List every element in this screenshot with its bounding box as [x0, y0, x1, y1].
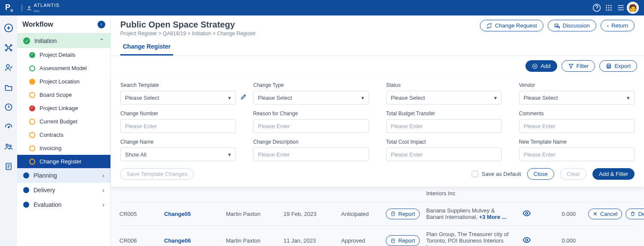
add-button[interactable]: Add: [525, 60, 557, 72]
return-button[interactable]: ‹Return: [601, 20, 635, 31]
status-dot-icon: [23, 172, 29, 178]
label-comments: Comments: [519, 111, 635, 117]
svg-point-4: [610, 5, 612, 6]
view-icon[interactable]: [514, 209, 540, 219]
caret-down-icon: ▾: [361, 95, 364, 101]
status-dot-icon: [29, 132, 35, 138]
label-status: Status: [386, 82, 502, 88]
save-template-button[interactable]: Save Template Changes: [120, 168, 194, 180]
label-change-type: Change Type: [253, 82, 369, 88]
status-dot-icon: [29, 52, 35, 58]
sidebar-item-invoicing[interactable]: Invoicing: [17, 141, 110, 155]
trash-icon: [630, 211, 635, 216]
svg-point-20: [6, 144, 8, 146]
cell-name[interactable]: Change05: [164, 211, 224, 217]
sidebar-collapse-button[interactable]: ‹: [98, 21, 105, 28]
sidebar-item-assessment-model[interactable]: Assessment Model: [17, 62, 110, 75]
label-search-template: Search Template: [120, 82, 236, 88]
cell-number: CR006: [119, 237, 162, 244]
vendor-select[interactable]: Please Select▾: [519, 91, 635, 105]
sidebar-item-project-location[interactable]: Project Location: [17, 75, 110, 88]
chevron-left-icon: ‹: [607, 22, 609, 29]
change-desc-input[interactable]: [253, 148, 369, 161]
status-select[interactable]: Please Select▾: [386, 91, 502, 105]
svg-point-19: [8, 127, 9, 128]
svg-point-21: [9, 145, 11, 147]
export-button[interactable]: Export: [599, 60, 637, 72]
new-template-input[interactable]: [519, 148, 635, 161]
cell-status: Approved: [341, 237, 384, 244]
menu-icon[interactable]: [615, 2, 627, 14]
cancel-button[interactable]: ✕Cancel: [588, 209, 622, 219]
search-template-select[interactable]: Please Select▾: [120, 91, 236, 105]
document-icon: [391, 211, 396, 216]
reason-input[interactable]: [253, 119, 369, 133]
rail-network-icon[interactable]: [4, 43, 13, 52]
rail-folder-icon[interactable]: [4, 83, 13, 92]
rail-gauge-icon[interactable]: [4, 122, 13, 132]
cell-vendor: Interiors Inc: [426, 190, 512, 197]
change-request-button[interactable]: Change Request: [480, 20, 543, 31]
phase-delivery[interactable]: Delivery›: [17, 183, 110, 197]
cost-input[interactable]: [386, 148, 502, 161]
svg-point-28: [526, 212, 528, 214]
change-number-input[interactable]: [120, 119, 236, 133]
close-button[interactable]: Close: [527, 168, 554, 180]
funnel-icon: [568, 63, 574, 69]
top-bar: P® | ATLANTISInc. 🧑: [0, 0, 644, 15]
svg-point-9: [608, 9, 610, 11]
sidebar-item-project-linkage[interactable]: Project Linkage: [17, 101, 110, 115]
cell-number: CR005: [119, 211, 162, 217]
x-icon: ✕: [593, 211, 598, 217]
label-new-template: New Template Name: [519, 139, 635, 145]
report-button[interactable]: Report: [386, 209, 420, 219]
filter-button[interactable]: Filter: [562, 60, 595, 72]
brand: ATLANTISInc.: [26, 3, 60, 13]
svg-point-7: [610, 7, 612, 9]
status-dot-icon: [29, 92, 35, 98]
budget-input[interactable]: [386, 119, 502, 133]
cell-name[interactable]: Change06: [164, 237, 224, 244]
status-dot-icon: [23, 187, 29, 193]
add-filter-button[interactable]: Add & Filter: [592, 168, 635, 180]
status-dot-icon: [29, 159, 35, 165]
rail-people-icon[interactable]: [4, 142, 13, 151]
vendor-more-link[interactable]: +3 More ...: [479, 214, 507, 220]
cell-date: 19 Feb, 2023: [284, 211, 339, 217]
rail-clock-icon[interactable]: [4, 102, 13, 112]
change-name-select[interactable]: Show All▾: [120, 148, 236, 161]
sidebar-item-board-scope[interactable]: Board Scope: [17, 88, 110, 101]
apps-icon[interactable]: [603, 2, 615, 14]
rail-user-icon[interactable]: [4, 63, 13, 72]
delete-button[interactable]: Delete: [626, 209, 644, 219]
help-icon[interactable]: [591, 2, 603, 14]
comments-input[interactable]: [519, 119, 635, 133]
sidebar-item-contracts[interactable]: Contracts: [17, 128, 110, 141]
discussion-button[interactable]: Discussion: [548, 20, 596, 31]
plus-circle-icon: [532, 63, 538, 69]
svg-point-2: [606, 5, 607, 6]
svg-point-10: [610, 9, 612, 11]
chevron-right-icon: ›: [102, 172, 104, 179]
change-type-select[interactable]: Please Select▾: [253, 91, 369, 105]
cell-amount: 0.000: [541, 211, 584, 217]
edit-template-icon[interactable]: [240, 93, 247, 102]
caret-down-icon: ▾: [627, 95, 630, 101]
sidebar-item-project-details[interactable]: Project Details: [17, 48, 110, 62]
phase-initiation[interactable]: ✓ Initiation ⌃: [17, 34, 110, 48]
avatar[interactable]: 🧑: [627, 2, 639, 14]
svg-point-16: [10, 49, 12, 51]
view-icon[interactable]: [514, 236, 540, 246]
report-button[interactable]: Report: [386, 235, 420, 246]
app-logo[interactable]: P®: [5, 3, 13, 13]
sidebar-item-change-register[interactable]: Change Register: [17, 155, 110, 168]
tab-change-register[interactable]: Change Register: [120, 43, 173, 55]
save-default-checkbox[interactable]: Save as Default: [472, 171, 521, 177]
rail-add-icon[interactable]: [4, 23, 13, 33]
clear-button[interactable]: Clear: [560, 168, 586, 180]
phase-planning[interactable]: Planning›: [17, 168, 110, 183]
sidebar-item-current-budget[interactable]: Current Budget: [17, 115, 110, 128]
rail-doc-icon[interactable]: [4, 162, 13, 171]
label-vendor: Vendor: [519, 82, 635, 88]
phase-evaluation[interactable]: Evaluation›: [17, 197, 110, 212]
